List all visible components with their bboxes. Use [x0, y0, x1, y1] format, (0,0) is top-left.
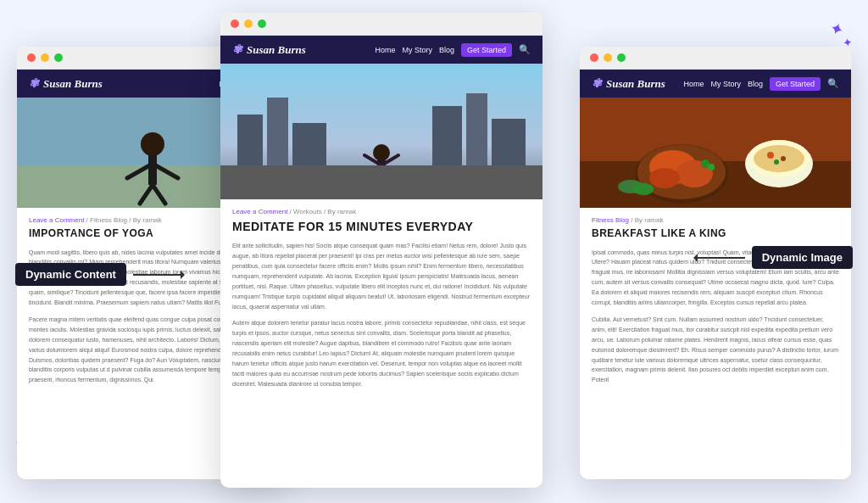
svg-point-20 [356, 176, 407, 185]
dot-red-center [231, 20, 239, 28]
logo-right: ✾ Susan Burns [592, 76, 675, 91]
svg-rect-11 [292, 123, 326, 199]
svg-point-37 [633, 183, 654, 195]
svg-rect-13 [466, 93, 487, 199]
svg-rect-10 [267, 98, 288, 199]
nav-home-right[interactable]: Home [683, 80, 704, 88]
logo-icon-right: ✾ [592, 76, 602, 91]
svg-point-29 [708, 164, 715, 170]
dynamic-image-arrow [694, 257, 745, 259]
post-body-center-2: Autem atque dolorem tenetur paratur lacu… [232, 318, 531, 388]
food-svg [580, 98, 851, 208]
dot-green-right [617, 53, 626, 62]
dynamic-content-label: Dynamic Content [15, 263, 184, 286]
browser-window-center: ✾ Susan Burns Home My Story Blog Get Sta… [220, 13, 542, 488]
browser-chrome-right [580, 47, 851, 70]
dot-red-left [27, 53, 36, 62]
post-content-right: Fitness Blog / By ramak BREAKFAST LIKE A… [580, 208, 851, 400]
content-area-center: Leave a Comment / Workouts / By ramak ME… [220, 64, 542, 483]
logo-left: ✾ Susan Burns [29, 76, 210, 91]
post-category-center: Leave a Comment / Workouts / By ramak [232, 208, 531, 215]
svg-point-2 [141, 132, 164, 156]
search-icon-right[interactable]: 🔍 [827, 78, 839, 89]
post-body-center-1: Elit ante sollicitudin, sapien his! Soci… [232, 241, 531, 311]
svg-rect-15 [220, 165, 542, 199]
logo-icon-left: ✾ [29, 76, 39, 91]
svg-point-32 [754, 145, 804, 172]
meditate-svg [220, 64, 542, 199]
svg-rect-9 [237, 115, 263, 199]
nav-cta-center[interactable]: Get Started [461, 43, 512, 57]
dot-yellow-left [41, 53, 49, 62]
svg-point-16 [373, 144, 390, 161]
dot-red-right [590, 53, 598, 62]
post-title-center: MEDITATE FOR 15 MINUTES EVERYDAY [232, 219, 531, 234]
post-body-right-2: Cubilia. Aut vernetust? Sint cum. Nullam… [592, 315, 839, 385]
svg-point-27 [649, 168, 680, 188]
dot-yellow-right [604, 53, 612, 62]
dynamic-content-arrow [133, 274, 184, 276]
svg-point-35 [774, 159, 779, 165]
nav-mystory-right[interactable]: My Story [710, 80, 741, 88]
nav-blog-right[interactable]: Blog [748, 80, 763, 88]
content-area-right: Fitness Blog / By ramak BREAKFAST LIKE A… [580, 98, 851, 474]
post-content-center: Leave a Comment / Workouts / By ramak ME… [220, 199, 542, 405]
post-title-right: BREAKFAST LIKE A KING [592, 227, 839, 241]
browser-chrome-center [220, 13, 542, 36]
nav-links-right: Home My Story Blog Get Started 🔍 [683, 77, 839, 91]
food-image [580, 98, 851, 208]
meditate-image [220, 64, 542, 199]
logo-icon-center: ✾ [232, 42, 242, 57]
nav-blog-center[interactable]: Blog [439, 46, 454, 54]
nav-home-center[interactable]: Home [375, 46, 395, 54]
site-nav-center: ✾ Susan Burns Home My Story Blog Get Sta… [220, 36, 542, 64]
dot-yellow-center [244, 20, 253, 28]
nav-links-center: Home My Story Blog Get Started 🔍 [375, 43, 531, 57]
dynamic-image-label: Dynamic Image [694, 246, 853, 269]
svg-rect-3 [148, 155, 157, 185]
svg-rect-12 [432, 106, 462, 199]
logo-center: ✾ Susan Burns [232, 42, 366, 57]
svg-point-33 [767, 152, 774, 159]
search-icon-center[interactable]: 🔍 [519, 44, 531, 55]
site-nav-right: ✾ Susan Burns Home My Story Blog Get Sta… [580, 70, 851, 98]
svg-rect-14 [492, 119, 526, 199]
post-category-right: Fitness Blog / By ramak [592, 216, 839, 224]
svg-point-34 [781, 156, 786, 161]
dot-green-left [54, 53, 63, 62]
nav-mystory-center[interactable]: My Story [402, 46, 432, 54]
dot-green-center [258, 20, 266, 28]
nav-cta-right[interactable]: Get Started [770, 77, 821, 91]
